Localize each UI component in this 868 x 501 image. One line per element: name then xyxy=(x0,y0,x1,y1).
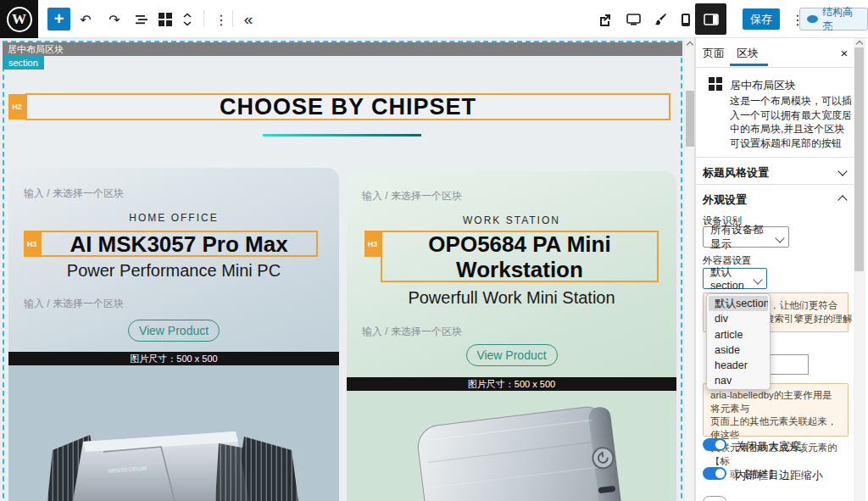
ellipse-icon xyxy=(807,15,818,23)
list-view-icon xyxy=(134,12,149,27)
chevron-down-icon xyxy=(754,276,762,285)
undo-icon: ↶ xyxy=(80,12,91,28)
settings-sidebar: 页面 区块 × 居中布局区块 这是一个布局模块，可以插 入一个可以拥有最大宽度居… xyxy=(695,38,868,501)
dropdown-option-nav[interactable]: nav xyxy=(709,373,768,388)
block-card-title: 居中布局区块 xyxy=(730,78,796,93)
section-heading-block[interactable]: CHOOSE BY CHIPSET xyxy=(25,93,670,120)
chevron-up-icon[interactable] xyxy=(838,194,847,203)
move-block-button[interactable] xyxy=(178,10,197,29)
block-placeholder[interactable]: 输入 / 来选择一个区块 xyxy=(24,297,124,311)
canvas-scrollbar[interactable] xyxy=(685,38,695,501)
collapse-toolbar-button[interactable]: « xyxy=(239,10,258,29)
toolbar-divider xyxy=(203,10,204,27)
dropdown-option-aside[interactable]: aside xyxy=(709,342,768,358)
panel-title-style[interactable]: 标题风格设置 xyxy=(703,165,769,181)
redo-button[interactable]: ↷ xyxy=(105,10,124,29)
card-title: AI MSK3057 Pro Max xyxy=(70,231,287,257)
tab-page[interactable]: 页面 xyxy=(703,46,725,61)
block-options-button[interactable]: ⋮ xyxy=(212,10,231,29)
editor-toolbar: W + ↶ ↷ ⋮ « 保存 ⋮ 结构高亮 xyxy=(0,0,868,38)
block-placeholder[interactable]: 输入 / 来选择一个区块 xyxy=(362,189,462,203)
active-tab-underline xyxy=(730,64,768,66)
image-size-bar: 图片尺寸：500 x 500 xyxy=(347,377,676,391)
view-product-button[interactable]: View Product xyxy=(128,320,220,342)
panel-appearance[interactable]: 外观设置 xyxy=(703,192,747,208)
divider xyxy=(696,157,854,158)
scroll-up-icon[interactable] xyxy=(856,40,863,47)
block-placeholder[interactable]: 输入 / 来选择一个区块 xyxy=(24,186,124,201)
view-product-button[interactable]: View Product xyxy=(466,344,558,366)
h2-badge: H2 xyxy=(8,94,25,120)
external-link-icon xyxy=(598,13,612,27)
wordpress-w-icon: W xyxy=(7,7,32,32)
container-select-dropdown[interactable]: 默认section div article aside header nav xyxy=(706,293,771,390)
max-width-toggle-label: 关闭最大宽度 xyxy=(735,439,801,454)
editor-canvas[interactable]: 居中布局区块 section H2 CHOOSE BY CHIPSET 输入 /… xyxy=(0,38,685,501)
container-select[interactable]: 默认section xyxy=(703,268,767,289)
h3-badge: H3 xyxy=(24,231,40,257)
chevron-down-icon xyxy=(776,235,784,243)
desktop-preview-button[interactable] xyxy=(624,10,643,29)
dropdown-option-header[interactable]: header xyxy=(709,358,768,373)
desktop-icon xyxy=(626,13,642,26)
scroll-up-icon[interactable] xyxy=(687,41,693,47)
paintbrush-icon xyxy=(653,12,668,27)
block-placeholder[interactable]: 输入 / 来选择一个区块 xyxy=(362,325,462,339)
structure-highlight-label: 结构高亮 xyxy=(822,5,860,34)
product-image: MINISFORUM xyxy=(8,365,339,501)
mobile-icon xyxy=(681,13,691,27)
block-overview-button[interactable] xyxy=(156,10,175,29)
block-card-description: 这是一个布局模块，可以插 入一个可以拥有最大宽度居 中的布局块,并且这个区块 可… xyxy=(730,94,853,150)
redo-icon: ↷ xyxy=(108,12,120,28)
wordpress-logo[interactable]: W xyxy=(0,0,38,38)
block-type-icon xyxy=(709,77,722,91)
settings-sidebar-toggle-button[interactable] xyxy=(695,3,726,35)
save-button[interactable]: 保存 xyxy=(743,8,780,30)
customize-tool-button[interactable] xyxy=(651,10,670,29)
max-width-toggle[interactable] xyxy=(703,438,726,451)
preview-external-button[interactable] xyxy=(595,10,614,29)
card-subtitle: Power Performance Mini PC xyxy=(8,261,339,281)
close-sidebar-button[interactable]: × xyxy=(835,43,854,62)
card-eyebrow: WORK STATION xyxy=(347,214,676,226)
aria-labelledby-note: aria-labelledby的主要作用是将元素与 页面上的其他元素关联起来，使… xyxy=(703,383,849,437)
block-label-bar: 居中布局区块 xyxy=(3,42,682,56)
tab-block[interactable]: 区块 xyxy=(737,46,759,61)
workspace: 居中布局区块 section H2 CHOOSE BY CHIPSET 输入 /… xyxy=(0,38,868,501)
dropdown-option-section[interactable]: 默认section xyxy=(709,296,768,311)
card-title: OPO5684 PA Mini Workstation xyxy=(382,231,657,282)
h3-badge: H3 xyxy=(364,231,381,257)
toolbar-divider xyxy=(232,10,233,27)
list-view-button[interactable] xyxy=(132,10,151,29)
dropdown-option-div[interactable]: div xyxy=(709,311,768,326)
add-block-button[interactable]: + xyxy=(47,8,70,31)
sidebar-panel-icon xyxy=(704,14,719,25)
inner-padding-toggle[interactable] xyxy=(703,467,726,480)
card-subtitle: Powerfull Work Mini Station xyxy=(347,288,676,308)
container-select-value: 默认section xyxy=(710,265,749,292)
heading-divider xyxy=(263,134,421,136)
product-card-home-office[interactable]: 输入 / 来选择一个区块 HOME OFFICE H3 AI MSK3057 P… xyxy=(8,168,339,501)
structure-highlight-button[interactable]: 结构高亮 xyxy=(799,8,868,31)
sidebar-scrollbar[interactable] xyxy=(854,38,865,501)
device-select-value: 所有设备都显示 xyxy=(710,223,771,252)
card-title-block[interactable]: OPO5684 PA Mini Workstation xyxy=(381,231,659,282)
chevron-down-icon[interactable] xyxy=(838,168,847,176)
dropdown-option-article[interactable]: article xyxy=(709,327,768,342)
close-icon: × xyxy=(841,46,849,60)
blocks-grid-icon xyxy=(159,13,172,26)
undo-button[interactable]: ↶ xyxy=(76,10,95,29)
card-title-block[interactable]: AI MSK3057 Pro Max xyxy=(40,231,318,257)
sidebar-scrollbar-thumb[interactable] xyxy=(854,47,864,271)
mobile-preview-button[interactable] xyxy=(676,10,695,29)
up-down-chevrons-icon xyxy=(181,12,193,27)
canvas-scrollbar-thumb[interactable] xyxy=(686,91,694,147)
product-card-work-station[interactable]: 输入 / 来选择一个区块 WORK STATION H3 OPO5684 PA … xyxy=(347,171,676,501)
device-select[interactable]: 所有设备都显示 xyxy=(703,226,789,248)
section-tag-badge: section xyxy=(3,56,44,70)
inner-padding-toggle-label: 内部栏目边距缩小 xyxy=(735,468,823,483)
sidebar-tab-bar: 页面 区块 × xyxy=(696,38,854,68)
card-eyebrow: HOME OFFICE xyxy=(8,212,339,224)
partial-toggle[interactable] xyxy=(703,496,726,501)
product-image xyxy=(347,391,676,501)
